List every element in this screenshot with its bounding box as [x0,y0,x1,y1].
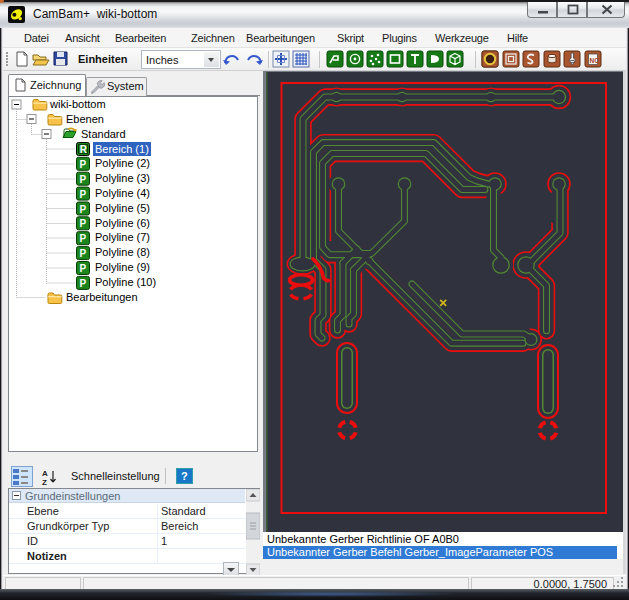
svg-text:Z: Z [42,478,47,487]
svg-text:A: A [42,469,48,478]
svg-text:NC: NC [590,57,600,64]
svg-text:R: R [80,144,88,155]
svg-text:?: ? [181,470,188,482]
